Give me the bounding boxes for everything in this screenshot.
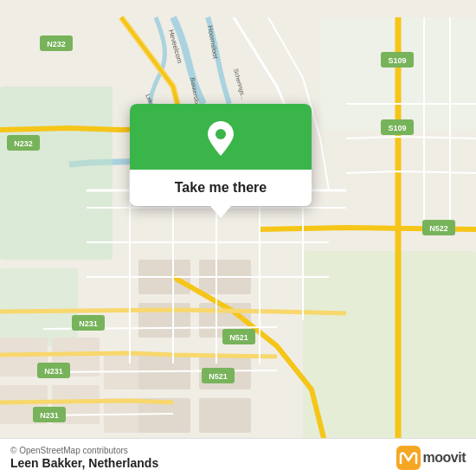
location-name: Leen Bakker, Netherlands [10, 456, 158, 470]
take-me-there-button[interactable]: Take me there [175, 180, 267, 196]
svg-point-48 [215, 129, 226, 139]
svg-rect-2 [0, 268, 78, 346]
moovit-text: moovit [423, 450, 466, 466]
popup-header [130, 104, 312, 170]
svg-rect-1 [0, 87, 113, 260]
bottom-bar: © OpenStreetMap contributors Leen Bakker… [0, 438, 476, 476]
svg-text:N522: N522 [429, 224, 448, 233]
svg-text:N231: N231 [79, 319, 98, 328]
svg-text:N521: N521 [229, 333, 248, 342]
svg-text:S109: S109 [388, 56, 406, 65]
bottom-left-info: © OpenStreetMap contributors Leen Bakker… [10, 446, 158, 470]
popup-footer[interactable]: Take me there [130, 170, 312, 206]
osm-attribution: © OpenStreetMap contributors [10, 446, 158, 455]
svg-text:N231: N231 [40, 411, 59, 420]
location-marker-icon [202, 119, 240, 158]
svg-rect-3 [303, 251, 476, 459]
svg-text:S109: S109 [388, 124, 406, 132]
svg-text:N521: N521 [209, 372, 228, 381]
svg-rect-18 [199, 398, 251, 433]
svg-text:N232: N232 [14, 139, 33, 148]
moovit-icon [396, 446, 421, 470]
map-svg: N232 N232 S109 S109 N522 N521 N521 N231 … [0, 0, 476, 476]
svg-text:N232: N232 [47, 40, 66, 48]
map-container[interactable]: N232 N232 S109 S109 N522 N521 N521 N231 … [0, 0, 476, 476]
moovit-logo: moovit [396, 446, 466, 470]
popup-card: Take me there [130, 104, 312, 206]
svg-text:N231: N231 [44, 367, 63, 376]
